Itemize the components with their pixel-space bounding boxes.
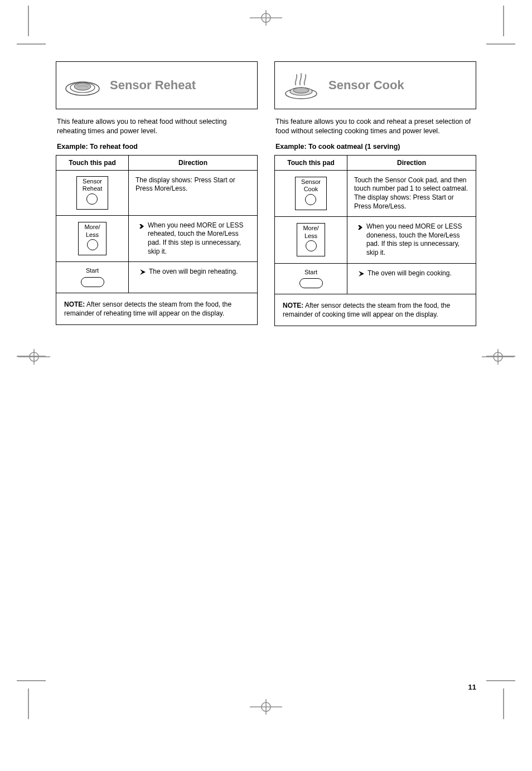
intro-text: This feature allows you to cook and rehe… [275,117,475,136]
table-row: More/ Less When you need MORE or LESS do… [275,217,476,263]
button-label: More/ [303,225,318,232]
direction-text: The oven will begin cooking. [367,269,452,278]
button-cell: Sensor Cook [275,171,347,216]
circle-icon [87,239,98,250]
hot-dish-icon [283,67,320,104]
button-cell: Sensor Reheat [56,171,129,215]
table-header: Touch this pad Direction [275,156,476,171]
table-row: Start The oven will begin cooking. [275,264,476,295]
col-header-touch: Touch this pad [275,156,347,170]
steps-table: Touch this pad Direction Sensor Reheat [56,155,258,325]
button-label: Less [304,233,317,240]
direction-text: Touch the Sensor Cook pad, and then touc… [354,176,469,211]
table-row: More/ Less When you need MORE or LESS re… [56,216,257,262]
direction-cell: The display shows: Press Start or Press … [129,171,257,215]
left-column: Sensor Reheat This feature allows you to… [56,61,258,326]
direction-text: The display shows: Press Start or Press … [136,176,250,193]
note-text: After sensor detects the steam from the … [64,300,231,317]
button-label: Less [86,232,99,239]
table-row: Sensor Cook Touch the Sensor Cook pad, a… [275,171,476,217]
section-header-sensor-reheat: Sensor Reheat [56,61,258,109]
button-cell: Start [56,262,129,293]
direction-text: When you need MORE or LESS doneness, tou… [366,222,469,257]
direction-cell: The oven will begin reheating. [129,262,257,293]
example-label: Example: To cook oatmeal (1 serving) [275,143,475,151]
button-cell: Start [275,264,347,294]
note-row: NOTE: After sensor detects the steam fro… [56,293,257,324]
start-button: Start [81,268,104,287]
col-header-direction: Direction [347,156,476,170]
arrow-right-icon [136,269,146,278]
sensor-reheat-button: Sensor Reheat [76,176,108,210]
button-label: Cook [304,186,318,193]
note-label: NOTE: [283,302,303,309]
button-label: Reheat [83,186,102,192]
hand-point-icon [354,224,363,234]
start-button: Start [299,269,323,289]
note-label: NOTE: [64,300,85,308]
direction-cell: When you need MORE or LESS doneness, tou… [347,217,476,263]
button-label: Sensor [83,178,102,185]
direction-cell: The oven will begin cooking. [347,264,476,294]
table-row: Start The oven will begin reheating. [56,262,257,293]
section-title: Sensor Cook [328,78,404,93]
svg-point-17 [293,88,309,93]
section-header-sensor-cook: Sensor Cook [274,61,476,109]
button-label: Start [86,268,99,274]
circle-icon [306,240,317,251]
section-title: Sensor Reheat [110,78,196,93]
table-row: Sensor Reheat The display shows: Press S… [56,171,257,216]
example-label: Example: To reheat food [57,143,257,151]
button-cell: More/ Less [275,217,347,263]
col-header-direction: Direction [129,156,257,170]
button-label: Sensor [301,179,321,186]
direction-cell: When you need MORE or LESS reheated, tou… [129,216,257,261]
steps-table: Touch this pad Direction Sensor Cook [274,155,476,327]
note-text: After sensor detects the steam from the … [283,302,450,318]
arrow-right-icon [354,270,364,280]
more-less-button: More/ Less [78,222,106,255]
table-header: Touch this pad Direction [56,156,257,171]
page-number: 11 [56,683,476,691]
col-header-touch: Touch this pad [56,156,129,170]
document-page: Sensor Reheat This feature allows you to… [0,0,532,725]
sensor-cook-button: Sensor Cook [295,177,327,210]
circle-icon [86,193,98,205]
button-cell: More/ Less [56,216,129,261]
button-label: Start [304,269,317,276]
more-less-button: More/ Less [297,223,325,256]
intro-text: This feature allows you to reheat food w… [57,117,257,136]
oval-icon [299,278,323,288]
note-row: NOTE: After sensor detects the steam fro… [275,294,476,326]
plate-food-icon [64,70,101,100]
circle-icon [305,194,316,205]
oval-icon [81,277,104,287]
svg-point-14 [74,83,91,90]
button-label: More/ [84,224,100,231]
direction-cell: Touch the Sensor Cook pad, and then touc… [347,171,476,216]
right-column: Sensor Cook This feature allows you to c… [274,61,476,326]
direction-text: The oven will begin reheating. [149,268,238,277]
hand-point-icon [136,222,144,233]
direction-text: When you need MORE or LESS reheated, tou… [148,221,250,256]
